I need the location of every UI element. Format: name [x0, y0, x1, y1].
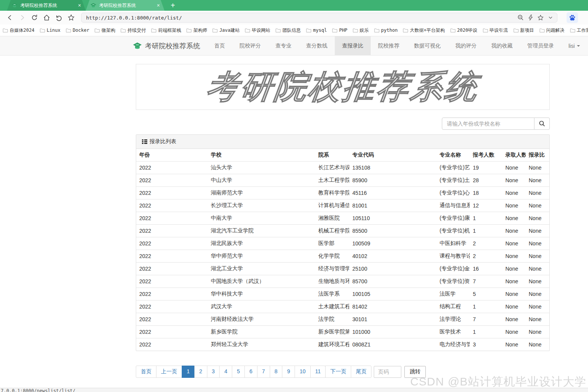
tab-title: 考研院校推荐系统 [20, 2, 76, 9]
table-row[interactable]: 2022 长沙理工大学 计算机与通信工程学院 81001 通信与信息系统 12 … [136, 199, 549, 212]
bookmark-item[interactable]: 自媒体2024 [0, 27, 37, 34]
cell-year: 2022 [136, 250, 208, 263]
page-number-input[interactable] [374, 366, 401, 378]
table-row[interactable]: 2022 中山大学 土木工程学院 85900 (专业学位)土木水利 28 Non… [136, 174, 549, 187]
table-row[interactable]: 2022 汕头大学 长江艺术与设计学院 135108 (专业学位)艺术设计 19… [136, 162, 549, 174]
pagination-page[interactable]: 11 [310, 366, 326, 378]
tab-close-icon[interactable]: × [157, 2, 160, 8]
nav-item[interactable]: 数据可视化 [407, 36, 448, 55]
bookmark-item[interactable]: 毕设引流 [480, 27, 511, 34]
bookmark-item[interactable]: 问题解决 [537, 27, 567, 34]
bookmark-label: 新项目 [520, 27, 534, 34]
pagination-page[interactable]: 3 [207, 366, 220, 378]
bookmark-item[interactable]: 毕设网站 [242, 27, 273, 34]
pagination-page[interactable]: 7 [257, 366, 270, 378]
table-row[interactable]: 2022 郑州轻工业大学 建筑环境工程学院 0808Z1 电力经济与管理 3 N… [136, 338, 549, 351]
cell-school: 汕头大学 [208, 162, 315, 174]
nav-item[interactable]: 我的收藏 [484, 36, 520, 55]
lightning-icon[interactable] [526, 12, 536, 23]
bookmark-item[interactable]: PHP [329, 28, 350, 33]
bookmark-item[interactable]: Java建站 [210, 27, 242, 34]
bookmark-item[interactable]: 架构师 [184, 27, 210, 34]
cell-school: 武汉大学 [208, 301, 315, 313]
pagination-page[interactable]: 4 [219, 366, 232, 378]
tab-close-icon[interactable]: × [78, 2, 81, 8]
bookmark-item[interactable]: 微架构 [92, 27, 118, 34]
brand[interactable]: 考研院校推荐系统 [133, 36, 200, 55]
forward-icon[interactable] [16, 12, 28, 23]
bookmark-item[interactable]: python [371, 28, 400, 33]
bookmark-item[interactable]: 新项目 [511, 27, 537, 34]
cell-major-name: 结构工程 [437, 301, 470, 313]
new-tab-button[interactable]: + [171, 0, 175, 11]
home-icon[interactable] [41, 12, 53, 23]
pagination-page[interactable]: 2 [194, 366, 207, 378]
cell-major-code: 85700 [349, 275, 437, 288]
bookmark-item[interactable]: 娱乐 [350, 27, 371, 34]
pagination-page[interactable]: 10 [295, 366, 311, 378]
pagination-page[interactable]: 8 [270, 366, 283, 378]
bookmark-label: 大数据+平台架构 [410, 27, 445, 34]
table-row[interactable]: 2022 湖北工业大学 经济与管理学院 25100 (专业学位)金融 16 No… [136, 263, 549, 275]
pagination-first[interactable]: 首页 [136, 366, 156, 378]
cell-department: 化学学院 [315, 250, 349, 263]
browser-tab[interactable]: 考研院校推荐系统 × [7, 0, 86, 11]
baidu-paw-icon[interactable] [567, 12, 578, 23]
nav-item[interactable]: 查报录比 [335, 36, 371, 55]
pagination-page[interactable]: 5 [232, 366, 245, 378]
table-row[interactable]: 2022 湖南师范大学 教育科学学院 45116 (专业学位)心理健康教育 18… [136, 187, 549, 199]
table-row[interactable]: 2022 河南财经政法大学 法学院 30101 法学理论 7 None None [136, 313, 549, 326]
bookmark-item[interactable]: 团队信息 [273, 27, 303, 34]
cell-applicants: 2 [470, 250, 502, 263]
cell-applicants: 1 [470, 212, 502, 225]
nav-item[interactable]: 院校评分 [232, 36, 268, 55]
pagination-page[interactable]: 6 [244, 366, 257, 378]
browser-tab-active[interactable]: 考研院校推荐系统 × [86, 0, 165, 11]
nav-item[interactable]: 查分数线 [299, 36, 335, 55]
chevron-down-icon[interactable] [546, 12, 555, 23]
bookmark-star-icon[interactable] [536, 12, 546, 23]
undo-icon[interactable] [53, 12, 65, 23]
admin-login-link[interactable]: 管理员登录 [520, 36, 561, 55]
pagination-page[interactable]: 1 [182, 366, 195, 378]
table-row[interactable]: 2022 中南大学 湘雅医院 105110 (专业学位)康复医学与理疗学 1 N… [136, 212, 549, 225]
table-row[interactable]: 2022 中国地质大学（武汉） 生物地质与环境地质国家重点实验室 85700 (… [136, 275, 549, 288]
table-row[interactable]: 2022 华中师范大学 化学学院 40102 课程与教学论 2 None Non… [136, 250, 549, 263]
back-icon[interactable] [4, 12, 16, 23]
cell-school: 华中科技大学 [208, 288, 315, 301]
url-bar[interactable]: http://127.0.0.1:8000/rate/list/ [81, 13, 557, 23]
bookmark-item[interactable]: mysql [303, 28, 329, 33]
folder-icon [212, 28, 218, 33]
search-input[interactable] [442, 118, 534, 130]
bookmark-item[interactable]: 2020毕设 [448, 27, 480, 34]
bookmark-item[interactable]: Docker [63, 28, 92, 33]
bookmark-item[interactable]: 工作室2020 [567, 27, 588, 34]
favorite-star-icon[interactable] [65, 12, 77, 23]
search-button[interactable] [534, 118, 550, 130]
refresh-icon[interactable] [28, 12, 41, 23]
cell-applicants: 18 [470, 187, 502, 199]
bookmark-item[interactable]: Linux [37, 28, 63, 33]
brand-title: 考研院校推荐系统 [145, 41, 200, 51]
jump-button[interactable]: 跳转 [404, 366, 426, 378]
table-row[interactable]: 2022 华中科技大学 法医学系 100105 法医学 5 None None [136, 288, 549, 301]
table-row[interactable]: 2022 湖北民族大学 医学部 100509 中医妇科学 2 None None [136, 237, 549, 250]
table-row[interactable]: 2022 新乡医学院 新乡医学院第一临床学院 101000 医学技术 1 Non… [136, 326, 549, 338]
table-row[interactable]: 2022 武汉大学 土木建筑工程学院 81402 结构工程 1 None Non… [136, 301, 549, 313]
table-row[interactable]: 2022 湖北汽车工业学院 机械工程学院 85500 (专业学位)机械 1 No… [136, 225, 549, 237]
nav-item[interactable]: 查专业 [268, 36, 299, 55]
pagination-page[interactable]: 9 [282, 366, 295, 378]
nav-item[interactable]: 我的评分 [448, 36, 484, 55]
bookmark-item[interactable]: 大数据+平台架构 [400, 27, 447, 34]
pagination-next[interactable]: 下一页 [325, 366, 351, 378]
bookmark-item[interactable]: 持续交付 [118, 27, 148, 34]
bookmark-item[interactable]: 前端框架栈 [148, 27, 184, 34]
user-dropdown[interactable]: lisi [561, 36, 587, 55]
nav-item[interactable]: 首页 [207, 36, 232, 55]
pagination-last[interactable]: 尾页 [351, 366, 371, 378]
zoom-out-icon[interactable] [516, 12, 526, 23]
pagination-prev[interactable]: 上一页 [156, 366, 182, 378]
nav-item[interactable]: 院校推荐 [371, 36, 407, 55]
cell-applicants: 2 [470, 237, 502, 250]
cell-ratio: None [526, 212, 549, 225]
